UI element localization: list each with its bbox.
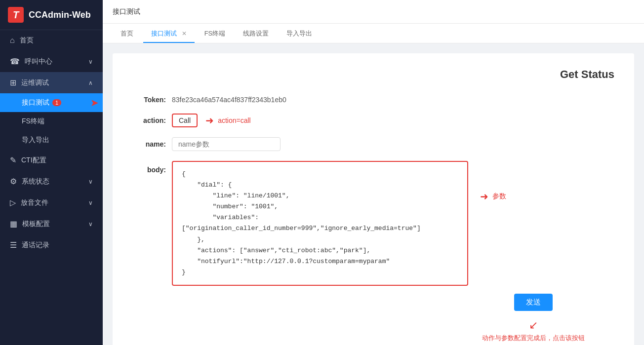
tab-fs-terminal[interactable]: FS终端 <box>197 25 234 43</box>
action-inline: Call ➜ action=call <box>172 114 251 127</box>
tab-home[interactable]: 首页 <box>113 25 141 43</box>
sidebar-item-home[interactable]: ⌂ 首页 <box>0 30 103 51</box>
name-row: name: <box>132 137 614 151</box>
send-annotation-text: 动作与参数配置完成后，点击该按钮 <box>482 334 585 343</box>
send-button-area: 发送 ↙ 动作与参数配置完成后，点击该按钮 <box>482 294 585 343</box>
name-input[interactable] <box>172 137 281 151</box>
token-value: 83fe23ca46a574ac4f837ff2343b1eb0 <box>172 93 286 104</box>
right-arrow-icon-body: ➜ <box>480 191 488 202</box>
sidebar-item-label: 放音文件 <box>21 198 88 207</box>
sidebar-item-label: 通话记录 <box>22 241 93 250</box>
sidebar: T CCAdmin-Web ⌂ 首页 ☎ 呼叫中心 ∨ ⊞ 运维调试 ∧ 接口测… <box>0 0 103 345</box>
sidebar-item-call-center[interactable]: ☎ 呼叫中心 ∨ <box>0 51 103 72</box>
right-arrow-icon: ➜ <box>205 115 214 126</box>
sidebar-item-api-test[interactable]: 接口测试 1 ➤ <box>0 93 103 112</box>
body-row: body: { "dial": { "line": "line/1001", "… <box>132 161 614 286</box>
body-annotation-area: ➜ 参数 <box>480 191 506 202</box>
chevron-down-icon: ∨ <box>88 199 93 206</box>
sidebar-item-audio-files[interactable]: ▷ 放音文件 ∨ <box>0 192 103 213</box>
logo-icon: T <box>8 7 24 23</box>
main-content: 接口测试 首页 接口测试 ✕ FS终端 线路设置 导入导出 Get Status… <box>103 0 644 345</box>
body-annotation-text: 参数 <box>492 192 506 201</box>
send-button[interactable]: 发送 <box>514 294 553 311</box>
gear-icon: ⚙ <box>10 177 17 186</box>
arrow-indicator: ➤ <box>90 97 99 109</box>
badge-count: 1 <box>52 99 61 106</box>
sidebar-item-label: CTI配置 <box>21 156 93 165</box>
breadcrumb: 接口测试 <box>113 7 140 16</box>
sidebar-item-label: 运维调试 <box>21 78 88 87</box>
name-label: name: <box>132 137 172 148</box>
call-icon: ☎ <box>10 57 20 66</box>
edit-icon: ✎ <box>10 155 16 165</box>
action-value: Call <box>179 116 191 124</box>
body-content-box[interactable]: { "dial": { "line": "line/1001", "number… <box>172 161 468 286</box>
content-area: Get Status Token: 83fe23ca46a574ac4f837f… <box>103 43 644 345</box>
action-annotation-area: ➜ action=call <box>205 115 251 126</box>
chevron-down-icon: ∨ <box>88 178 93 185</box>
submenu-label: 接口测试 <box>22 98 49 107</box>
action-box: Call <box>172 114 198 127</box>
home-icon: ⌂ <box>10 36 15 45</box>
action-label: action: <box>132 114 172 124</box>
send-annotation-area: ↙ 动作与参数配置完成后，点击该按钮 <box>482 319 585 343</box>
body-label: body: <box>132 161 172 174</box>
grid-icon: ⊞ <box>10 78 16 87</box>
token-row: Token: 83fe23ca46a574ac4f837ff2343b1eb0 <box>132 93 614 104</box>
app-logo: T CCAdmin-Web <box>0 0 103 30</box>
tab-label: 线路设置 <box>243 30 269 37</box>
tab-api-test[interactable]: 接口测试 ✕ <box>143 25 195 43</box>
tab-line-settings[interactable]: 线路设置 <box>235 25 277 43</box>
tab-label: 导入导出 <box>286 30 312 37</box>
list-icon: ☰ <box>10 240 17 250</box>
sidebar-item-system-status[interactable]: ⚙ 系统状态 ∨ <box>0 171 103 192</box>
sidebar-item-ops-debug[interactable]: ⊞ 运维调试 ∧ <box>0 72 103 93</box>
body-content: { "dial": { "line": "line/1001", "number… <box>182 170 421 276</box>
send-button-row: 发送 ↙ 动作与参数配置完成后，点击该按钮 <box>132 294 614 343</box>
sidebar-item-cti-config[interactable]: ✎ CTI配置 <box>0 150 103 171</box>
app-title: CCAdmin-Web <box>29 10 91 20</box>
token-label: Token: <box>132 93 172 104</box>
sidebar-item-template-config[interactable]: ▦ 模板配置 ∨ <box>0 213 103 234</box>
action-row: action: Call ➜ action=call <box>132 114 614 127</box>
sidebar-menu: ⌂ 首页 ☎ 呼叫中心 ∨ ⊞ 运维调试 ∧ 接口测试 1 ➤ FS终端 导入导… <box>0 30 103 345</box>
tab-label: 首页 <box>121 30 133 37</box>
page-title: Get Status <box>132 68 614 81</box>
sidebar-item-label: 首页 <box>20 36 93 45</box>
chevron-up-icon: ∧ <box>88 79 93 86</box>
sidebar-item-label: 模板配置 <box>22 220 88 229</box>
down-arrow-icon: ↙ <box>529 319 538 332</box>
play-icon: ▷ <box>10 198 16 207</box>
sidebar-item-label: 呼叫中心 <box>25 57 88 66</box>
table-icon: ▦ <box>10 219 17 229</box>
sidebar-item-fs-terminal[interactable]: FS终端 <box>0 112 103 131</box>
sidebar-item-import-export[interactable]: 导入导出 <box>0 131 103 150</box>
tab-import-export[interactable]: 导入导出 <box>279 25 320 43</box>
sidebar-item-call-records[interactable]: ☰ 通话记录 <box>0 234 103 256</box>
sidebar-item-label: 系统状态 <box>22 177 88 186</box>
chevron-down-icon: ∨ <box>88 58 93 65</box>
top-header: 接口测试 <box>103 0 644 24</box>
tab-label: 接口测试 <box>151 30 177 37</box>
chevron-down-icon: ∨ <box>88 221 93 228</box>
tab-label: FS终端 <box>204 30 226 37</box>
submenu-label: 导入导出 <box>22 136 49 145</box>
content-card: Get Status Token: 83fe23ca46a574ac4f837f… <box>113 53 634 345</box>
tab-close-icon[interactable]: ✕ <box>182 30 187 37</box>
submenu-label: FS终端 <box>22 117 44 126</box>
action-annotation-text: action=call <box>218 116 251 124</box>
tabs-bar: 首页 接口测试 ✕ FS终端 线路设置 导入导出 <box>103 24 644 43</box>
